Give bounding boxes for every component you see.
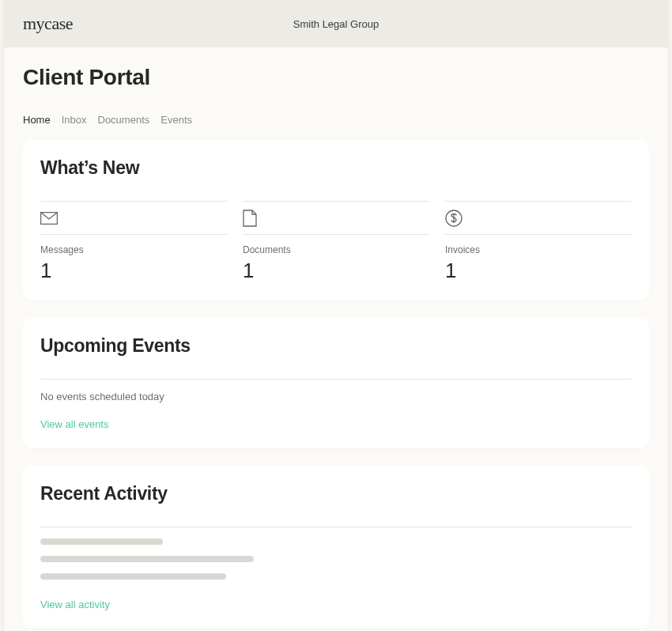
upcoming-empty-text: No events scheduled today	[40, 391, 632, 402]
skeleton-line	[40, 538, 163, 545]
page-title: Client Portal	[23, 65, 649, 90]
stat-documents-label: Documents	[243, 244, 429, 255]
activity-skeleton	[40, 538, 632, 580]
upcoming-events-title: Upcoming Events	[40, 335, 632, 357]
view-all-events-link[interactable]: View all events	[40, 418, 108, 430]
dollar-circle-icon	[445, 210, 462, 227]
tab-inbox[interactable]: Inbox	[62, 114, 87, 126]
skeleton-line	[40, 556, 254, 562]
stat-messages-label: Messages	[40, 244, 227, 255]
stat-invoices-label: Invoices	[445, 244, 632, 255]
view-all-activity-link[interactable]: View all activity	[40, 599, 110, 610]
skeleton-line	[40, 573, 226, 580]
whats-new-card: What’s New Messages 1	[23, 140, 649, 300]
document-icon	[243, 210, 257, 227]
tab-documents[interactable]: Documents	[98, 114, 150, 126]
recent-activity-card: Recent Activity View all activity	[23, 466, 649, 629]
stat-invoices-value: 1	[445, 259, 632, 283]
divider	[40, 527, 632, 527]
firm-name: Smith Legal Group	[293, 18, 379, 30]
stat-messages[interactable]: Messages 1	[40, 201, 227, 283]
recent-activity-title: Recent Activity	[40, 483, 632, 504]
upcoming-events-card: Upcoming Events No events scheduled toda…	[23, 318, 649, 448]
stat-documents[interactable]: Documents 1	[243, 201, 429, 283]
logo: mycase	[23, 13, 73, 34]
divider	[40, 379, 632, 380]
whats-new-title: What’s New	[40, 157, 632, 179]
top-bar: mycase Smith Legal Group	[4, 0, 668, 47]
tabs: Home Inbox Documents Events	[23, 114, 649, 126]
stat-documents-value: 1	[243, 259, 429, 283]
stat-messages-value: 1	[40, 259, 227, 283]
stat-invoices[interactable]: Invoices 1	[445, 201, 632, 283]
envelope-icon	[40, 212, 58, 225]
tab-events[interactable]: Events	[160, 114, 192, 126]
tab-home[interactable]: Home	[23, 114, 51, 126]
